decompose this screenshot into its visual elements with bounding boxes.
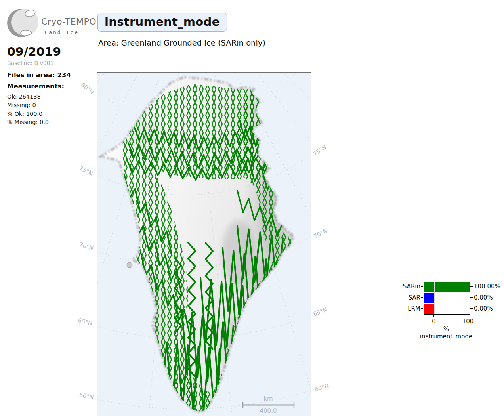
- period-label: 09/2019: [7, 45, 61, 59]
- sarin-bar: [435, 282, 470, 292]
- lrm-bar-area: [435, 304, 470, 314]
- category-label-sarin: SARin: [393, 283, 420, 290]
- map-canvas: km 400.0: [97, 72, 311, 416]
- measurements-heading: Measurements:: [7, 82, 64, 90]
- sarin-swatch: [424, 282, 434, 292]
- brand-name: Cryo-TEMPO: [41, 17, 81, 27]
- value-label-sar: 0.00%: [474, 294, 493, 301]
- stat-pct-missing: % Missing: 0.0: [7, 119, 49, 125]
- ytick-right-3: [470, 308, 473, 309]
- category-label-sar: SAR: [393, 294, 420, 301]
- stat-ok: Ok: 264138: [7, 94, 41, 100]
- ytick-left-1: [421, 286, 423, 287]
- brand-product: Land Ice: [41, 29, 79, 35]
- area-subtitle: Area: Greenland Grounded Ice (SARin only…: [98, 38, 265, 48]
- logo-wordmark: Cryo-TEMPO Land Ice: [41, 17, 81, 35]
- ytick-left-3: [421, 308, 423, 309]
- lat-label-left-60n: 60°N: [78, 391, 94, 401]
- cryo-tempo-logo: [6, 5, 40, 41]
- lat-label-left-80n: 80°N: [80, 82, 95, 95]
- baseline-label: Baseline: B v001: [7, 60, 54, 66]
- disko-island: [127, 262, 132, 268]
- files-in-area: Files in area: 234: [7, 71, 71, 79]
- page-title: instrument_mode: [97, 13, 227, 32]
- lat-label-left-65n: 65°N: [77, 317, 93, 326]
- stat-pct-ok: % Ok: 100.0: [7, 111, 42, 117]
- ytick-right-2: [470, 297, 473, 298]
- value-label-lrm: 0.00%: [474, 305, 493, 312]
- stat-missing: Missing: 0: [7, 102, 36, 108]
- sar-swatch: [424, 293, 434, 303]
- lat-label-right-65n: 65°N: [312, 306, 328, 317]
- instrument-mode-chart: [424, 282, 470, 315]
- scale-value: 400.0: [260, 407, 277, 414]
- lrm-swatch: [424, 304, 434, 314]
- brand-rule: [41, 28, 79, 28]
- lat-label-right-75n: 75°N: [312, 144, 327, 157]
- ytick-right-1: [470, 286, 473, 287]
- xtick-label-0: 0: [432, 318, 436, 325]
- lat-label-right-60n: 60°N: [314, 382, 330, 393]
- xtick-100: [468, 315, 468, 317]
- ytick-left-2: [421, 297, 423, 298]
- greenland-map: km 400.0: [97, 72, 311, 416]
- xtick-label-100: 100: [462, 318, 474, 325]
- lat-label-left-70n: 70°N: [78, 241, 94, 252]
- logo-globe-icon: [6, 5, 40, 41]
- value-label-sarin: 100.00%: [474, 283, 500, 290]
- chart-x-axis-label: % instrument_mode: [416, 326, 476, 340]
- lat-label-right-70n: 70°N: [313, 227, 328, 239]
- xtick-0: [433, 315, 434, 317]
- sarin-bar-area: [435, 282, 470, 292]
- report-page: { "header": { "logo": {"brand": "Cryo-TE…: [0, 0, 504, 420]
- scale-unit: km: [263, 395, 273, 402]
- lat-label-left-75n: 75°N: [78, 165, 94, 177]
- category-label-lrm: LRM: [393, 305, 420, 312]
- sar-bar-area: [435, 293, 470, 303]
